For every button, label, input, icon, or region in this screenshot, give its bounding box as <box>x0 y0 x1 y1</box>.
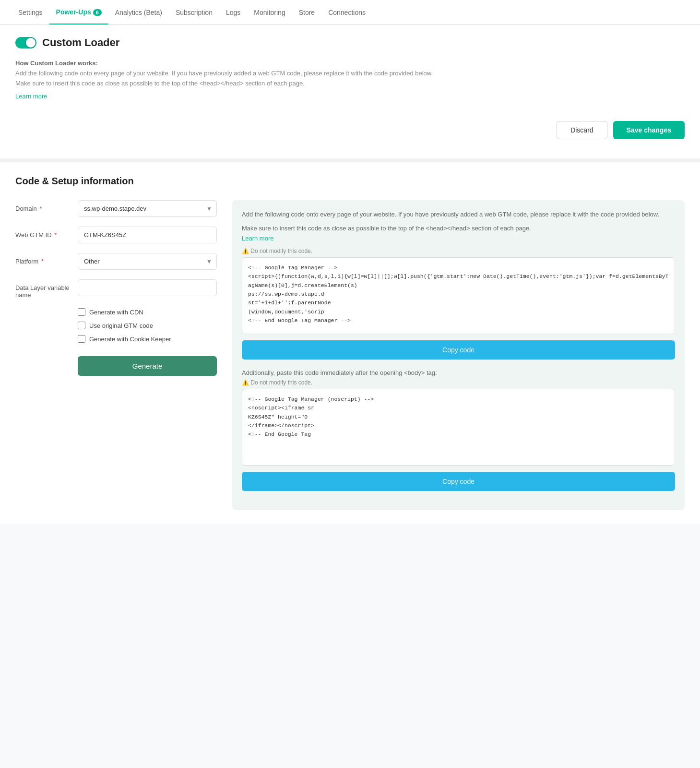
cookie-keeper-label[interactable]: Generate with Cookie Keeper <box>89 336 171 343</box>
nav-store[interactable]: Store <box>292 1 321 24</box>
original-label[interactable]: Use original GTM code <box>89 322 153 329</box>
nav-power-ups[interactable]: Power-Ups6 <box>49 0 108 24</box>
domain-group: Domain * ss.wp-demo.stape.dev ▼ <box>15 200 217 217</box>
required-star3: * <box>39 258 44 265</box>
original-checkbox-group: Use original GTM code <box>78 322 217 329</box>
description-line2: Make sure to insert this code as close a… <box>15 80 305 87</box>
warning-label1: ⚠️ Do not modify this code. <box>242 248 675 254</box>
cookie-keeper-checkbox[interactable] <box>78 335 85 343</box>
navigation: Settings Power-Ups6 Analytics (Beta) Sub… <box>0 0 700 25</box>
nav-monitoring[interactable]: Monitoring <box>247 1 292 24</box>
setup-body: Domain * ss.wp-demo.stape.dev ▼ Web GTM … <box>15 200 685 510</box>
platform-select-wrap: Other WordPress Shopify Magento Wix ▼ <box>78 253 217 270</box>
custom-loader-toggle[interactable] <box>15 37 36 48</box>
main-content: Custom Loader How Custom Loader works: A… <box>0 25 700 158</box>
power-ups-badge: 6 <box>93 9 102 16</box>
code-block2[interactable]: <!-- Google Tag Manager (noscript) --> <… <box>242 389 675 466</box>
right-panel: Add the following code onto every page o… <box>232 200 685 510</box>
cdn-checkbox[interactable] <box>78 308 85 316</box>
generate-button[interactable]: Generate <box>78 356 217 376</box>
web-gtm-label: Web GTM ID * <box>15 227 78 239</box>
cookie-keeper-checkbox-group: Generate with Cookie Keeper <box>78 335 217 343</box>
data-layer-group: Data Layer variable name <box>15 279 217 299</box>
description-line1: Add the following code onto every page o… <box>15 70 433 77</box>
nav-subscription[interactable]: Subscription <box>169 1 219 24</box>
nav-logs[interactable]: Logs <box>219 1 247 24</box>
platform-select[interactable]: Other WordPress Shopify Magento Wix <box>78 253 217 270</box>
nav-settings[interactable]: Settings <box>12 1 49 24</box>
panel-desc2: Make sure to insert this code as close a… <box>242 224 675 244</box>
panel-desc1: Add the following code onto every page o… <box>242 210 675 220</box>
description-label: How Custom Loader works: <box>15 60 98 67</box>
web-gtm-input-wrap <box>78 227 217 243</box>
copy-code-button2[interactable]: Copy code <box>242 472 675 491</box>
save-changes-button[interactable]: Save changes <box>613 121 685 139</box>
form-column: Domain * ss.wp-demo.stape.dev ▼ Web GTM … <box>15 200 217 510</box>
nav-connections[interactable]: Connections <box>321 1 372 24</box>
action-buttons: Discard Save changes <box>15 113 685 147</box>
domain-select-wrap: ss.wp-demo.stape.dev ▼ <box>78 200 217 217</box>
cdn-checkbox-group: Generate with CDN <box>78 308 217 316</box>
nav-analytics[interactable]: Analytics (Beta) <box>108 1 169 24</box>
cdn-label[interactable]: Generate with CDN <box>89 309 143 316</box>
code-block1[interactable]: <!-- Google Tag Manager --> <script>{(fu… <box>242 257 675 334</box>
domain-label: Domain * <box>15 200 78 212</box>
data-layer-input[interactable] <box>78 279 217 296</box>
toggle-knob <box>26 38 36 48</box>
page-title: Custom Loader <box>42 36 119 49</box>
platform-label: Platform * <box>15 253 78 265</box>
toggle-row: Custom Loader <box>15 36 685 49</box>
additionally-text: Additionally, paste this code immediatel… <box>242 369 675 376</box>
learn-more-link[interactable]: Learn more <box>15 93 47 100</box>
section-divider <box>0 158 700 162</box>
data-layer-input-wrap <box>78 279 217 296</box>
web-gtm-group: Web GTM ID * <box>15 227 217 243</box>
data-layer-label: Data Layer variable name <box>15 279 78 299</box>
warning-label2: ⚠️ Do not modify this code. <box>242 379 675 386</box>
original-checkbox[interactable] <box>78 322 85 329</box>
platform-group: Platform * Other WordPress Shopify Magen… <box>15 253 217 270</box>
required-star: * <box>38 205 42 212</box>
setup-title: Code & Setup information <box>15 176 685 187</box>
copy-code-button1[interactable]: Copy code <box>242 340 675 360</box>
web-gtm-input[interactable] <box>78 227 217 243</box>
domain-select[interactable]: ss.wp-demo.stape.dev <box>78 200 217 217</box>
description-block: How Custom Loader works: Add the followi… <box>15 59 685 88</box>
required-star2: * <box>53 231 57 239</box>
setup-section: Code & Setup information Domain * ss.wp-… <box>0 162 700 523</box>
discard-button[interactable]: Discard <box>557 121 607 139</box>
panel-learn-more-link[interactable]: Learn more <box>242 235 273 242</box>
